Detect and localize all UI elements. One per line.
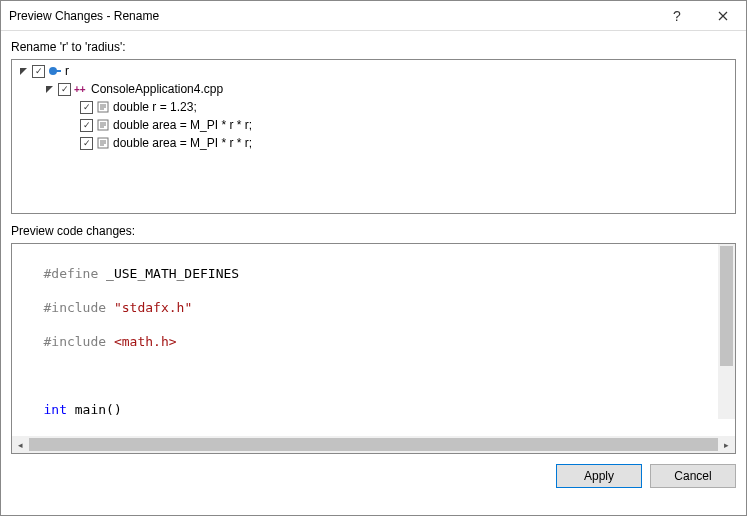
checkbox[interactable]: ✓: [80, 119, 93, 132]
scrollbar-thumb[interactable]: [29, 438, 718, 451]
scroll-right-icon[interactable]: ▸: [718, 436, 735, 453]
scroll-left-icon[interactable]: ◂: [12, 436, 29, 453]
changes-tree[interactable]: ✓ r ✓ ++ ConsoleApplication4.cpp ✓ doubl…: [11, 59, 736, 214]
checkbox[interactable]: ✓: [80, 101, 93, 114]
close-button[interactable]: [700, 1, 746, 31]
checkbox[interactable]: ✓: [32, 65, 45, 78]
tree-item-row[interactable]: ✓ double r = 1.23;: [12, 98, 735, 116]
cancel-button[interactable]: Cancel: [650, 464, 736, 488]
code-preview[interactable]: #define _USE_MATH_DEFINES #include "stda…: [12, 244, 735, 436]
tree-root-label: r: [65, 64, 69, 78]
code-line-icon: [95, 99, 111, 115]
tree-item-label: double r = 1.23;: [113, 100, 197, 114]
tree-item-label: double area = M_PI * r * r;: [113, 118, 252, 132]
tree-file-label: ConsoleApplication4.cpp: [91, 82, 223, 96]
code-line: int main(): [20, 401, 735, 418]
code-line: [20, 367, 735, 384]
code-line: #include <math.h>: [20, 333, 735, 350]
dialog-button-row: Apply Cancel: [11, 458, 736, 488]
code-line-icon: [95, 117, 111, 133]
preview-code-label: Preview code changes:: [11, 224, 736, 238]
svg-point-0: [49, 67, 57, 75]
code-preview-panel: #define _USE_MATH_DEFINES #include "stda…: [11, 243, 736, 454]
scrollbar-thumb[interactable]: [720, 246, 733, 366]
rename-label: Rename 'r' to 'radius':: [11, 40, 736, 54]
tree-item-row[interactable]: ✓ double area = M_PI * r * r;: [12, 116, 735, 134]
tree-file-row[interactable]: ✓ ++ ConsoleApplication4.cpp: [12, 80, 735, 98]
window-title: Preview Changes - Rename: [9, 9, 654, 23]
checkbox[interactable]: ✓: [80, 137, 93, 150]
horizontal-scrollbar[interactable]: ◂ ▸: [12, 436, 735, 453]
tree-item-label: double area = M_PI * r * r;: [113, 136, 252, 150]
symbol-icon: [47, 63, 63, 79]
checkbox[interactable]: ✓: [58, 83, 71, 96]
expand-icon[interactable]: [16, 64, 30, 78]
vertical-scrollbar[interactable]: [718, 244, 735, 419]
code-line: #define _USE_MATH_DEFINES: [20, 265, 735, 282]
svg-text:++: ++: [74, 84, 86, 95]
cpp-file-icon: ++: [73, 81, 89, 97]
tree-root-row[interactable]: ✓ r: [12, 62, 735, 80]
svg-rect-1: [56, 70, 61, 72]
tree-item-row[interactable]: ✓ double area = M_PI * r * r;: [12, 134, 735, 152]
code-line-icon: [95, 135, 111, 151]
close-icon: [718, 11, 728, 21]
dialog-content: Rename 'r' to 'radius': ✓ r ✓ ++ Console…: [1, 31, 746, 515]
expand-icon[interactable]: [42, 82, 56, 96]
code-line: #include "stdafx.h": [20, 299, 735, 316]
apply-button[interactable]: Apply: [556, 464, 642, 488]
help-button[interactable]: ?: [654, 1, 700, 31]
titlebar: Preview Changes - Rename ?: [1, 1, 746, 31]
